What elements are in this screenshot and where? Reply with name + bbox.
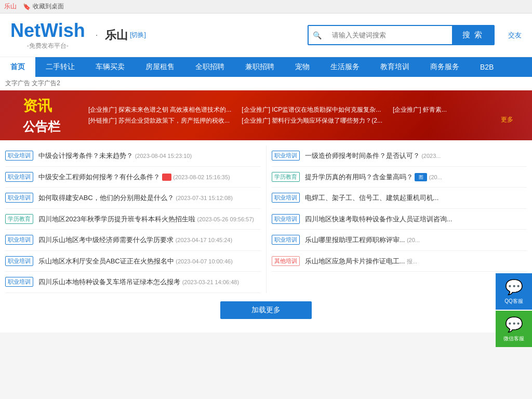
qq-label: QQ客服 xyxy=(504,298,523,305)
content-columns: 职业培训 中级会计报考条件？未来趋势？ (2023-08-04 15:23:10… xyxy=(0,145,532,293)
header-right: 🔍 搜 索 交友 xyxy=(308,25,522,45)
table-row: 职业培训 电焊工、架子工、信号工、建筑起重机司机... xyxy=(272,188,527,209)
table-row: 其他培训 乐山地区应急局卡片操作证电工... 报... xyxy=(272,251,527,272)
article-tag: 职业培训 xyxy=(272,235,300,245)
article-date: (2023-04-17 10:45:24) xyxy=(176,237,232,243)
article-date: (20... xyxy=(429,174,442,180)
article-date: (2023-07-31 15:12:08) xyxy=(176,195,232,201)
article-tag: 职业培训 xyxy=(5,277,33,287)
banner-news-item[interactable]: [企业推广] 塑料行业为顺应环保做了哪些努力？(2... xyxy=(242,116,382,125)
header-city: 乐山 xyxy=(105,28,128,43)
nav-item-home[interactable]: 首页 xyxy=(0,57,35,77)
article-tag: 职业培训 xyxy=(5,235,33,245)
article-tag: 职业培训 xyxy=(272,193,300,203)
bookmark-btn[interactable]: 🔖 收藏到桌面 xyxy=(23,2,64,11)
main-nav: 首页 二手转让 车辆买卖 房屋租售 全职招聘 兼职招聘 宠物 生活服务 教育培训… xyxy=(0,57,532,77)
load-more-button[interactable]: 加载更多 xyxy=(220,301,312,319)
article-title[interactable]: 中级安全工程师如何报考？有什么条件？ (2023-08-02 15:16:35) xyxy=(38,172,261,182)
table-row: 职业培训 乐山地区水利厅安全员ABC证正在火热报名中 (2023-04-07 1… xyxy=(5,251,261,272)
banner-news-item[interactable]: [企业推广] ICP监谱仪在地质勘探中如何克服复杂... xyxy=(242,105,382,114)
news-banner: 资讯 公告栏 [企业推广] 探索未来色谱之钥 高效液相色谱技术的... [外链推… xyxy=(0,90,532,140)
search-input[interactable] xyxy=(326,27,452,43)
right-column: 职业培训 一级造价师报考时间条件？是否认可？ (2023... 学历教育 提升学… xyxy=(267,145,533,293)
banner-news-item[interactable]: [外链推广] 苏州企业贷款政策下，房产抵押的税收... xyxy=(88,116,231,125)
article-tag: 职业培训 xyxy=(272,214,300,224)
nav-item-rental[interactable]: 房屋租售 xyxy=(135,57,185,77)
article-title[interactable]: 提升学历真的有用吗？含金量高吗？ 图 (20... xyxy=(305,172,527,182)
search-box: 🔍 搜 索 xyxy=(308,25,495,45)
article-title[interactable]: 电焊工、架子工、信号工、建筑起重机司机... xyxy=(305,193,527,203)
logo-sub: -免费发布平台- xyxy=(10,42,85,50)
nav-item-fulltime[interactable]: 全职招聘 xyxy=(185,57,235,77)
qq-icon: 💬 xyxy=(505,278,523,296)
article-title[interactable]: 如何取得建安ABC，他们的分别用处是什么？ (2023-07-31 15:12:… xyxy=(38,193,261,203)
article-tag: 职业培训 xyxy=(272,151,300,161)
table-row: 职业培训 四川乐山地区考中级经济师需要什么学历要求 (2023-04-17 10… xyxy=(5,230,261,251)
banner-news-item[interactable]: [企业推广] 探索未来色谱之钥 高效液相色谱技术的... xyxy=(88,105,231,114)
city-link[interactable]: 乐山 xyxy=(4,2,17,11)
article-date: 报... xyxy=(407,258,417,264)
article-title[interactable]: 四川乐山本地特种设备叉车塔吊证绿本怎么报考 (2023-03-21 14:06:… xyxy=(38,277,261,287)
banner-decoration xyxy=(428,90,532,140)
nav-item-vehicle[interactable]: 车辆买卖 xyxy=(85,57,135,77)
wechat-icon: 💬 xyxy=(505,316,523,332)
float-buttons: 💬 QQ客服 💬 微信客服 xyxy=(496,273,532,332)
banner-title-area: 资讯 公告栏 xyxy=(0,90,83,140)
nav-item-b2b[interactable]: B2B xyxy=(470,57,504,77)
header: NetWish -免费发布平台- · 乐山 [切换] 🔍 搜 索 交友 xyxy=(0,14,532,57)
logo: NetWish -免费发布平台- xyxy=(10,20,85,50)
article-date: (2023-04-07 10:00:46) xyxy=(176,258,232,264)
main-content: 职业培训 中级会计报考条件？未来趋势？ (2023-08-04 15:23:10… xyxy=(0,140,532,332)
article-title[interactable]: 乐山地区水利厅安全员ABC证正在火热报名中 (2023-04-07 10:00:… xyxy=(38,256,261,267)
city-switch[interactable]: [切换] xyxy=(130,31,146,39)
table-row: 学历教育 提升学历真的有用吗？含金量高吗？ 图 (20... xyxy=(272,167,527,188)
article-title[interactable]: 一级造价师报考时间条件？是否认可？ (2023... xyxy=(305,151,527,161)
article-title[interactable]: 乐山哪里报助理工程师职称评审... (20... xyxy=(305,235,527,245)
banner-col1: [企业推广] 探索未来色谱之钥 高效液相色谱技术的... [外链推广] 苏州企业… xyxy=(88,105,231,125)
ad-ticker: 文字广告 文字广告2 xyxy=(0,77,532,90)
table-row: 职业培训 如何取得建安ABC，他们的分别用处是什么？ (2023-07-31 1… xyxy=(5,188,261,209)
article-title[interactable]: 四川乐山地区考中级经济师需要什么学历要求 (2023-04-17 10:45:2… xyxy=(38,235,261,245)
article-tag: 学历教育 xyxy=(272,172,300,182)
nav-item-life[interactable]: 生活服务 xyxy=(320,57,370,77)
article-tag: 职业培训 xyxy=(5,151,33,161)
nav-item-secondhand[interactable]: 二手转让 xyxy=(35,57,85,77)
flag-icon xyxy=(162,174,171,181)
nav-item-pet[interactable]: 宠物 xyxy=(285,57,320,77)
table-row: 学历教育 四川地区2023年秋季学历提升班专科本科火热招生啦 (2023-05-… xyxy=(5,209,261,230)
banner-title: 资讯 公告栏 xyxy=(23,96,60,135)
article-tag: 学历教育 xyxy=(5,214,33,224)
banner-col2: [企业推广] ICP监谱仪在地质勘探中如何克服复杂... [企业推广] 塑料行业… xyxy=(242,105,382,125)
article-tag: 职业培训 xyxy=(5,172,33,182)
article-title[interactable]: 乐山地区应急局卡片操作证电工... 报... xyxy=(305,256,527,267)
header-center: · 乐山 [切换] xyxy=(96,28,146,43)
article-date: (20... xyxy=(407,237,420,243)
article-date: (2023-03-21 14:06:48) xyxy=(182,279,239,285)
banner-title-highlight: 公告栏 xyxy=(23,119,60,134)
left-column: 职业培训 中级会计报考条件？未来趋势？ (2023-08-04 15:23:10… xyxy=(0,145,267,293)
table-row: 职业培训 中级会计报考条件？未来趋势？ (2023-08-04 15:23:10… xyxy=(5,145,261,167)
search-button[interactable]: 搜 索 xyxy=(452,26,494,44)
table-row: 职业培训 乐山哪里报助理工程师职称评审... (20... xyxy=(272,230,527,251)
article-date: (2023-08-04 15:23:10) xyxy=(135,153,192,159)
article-date: (2023-08-02 15:16:35) xyxy=(173,174,230,180)
badge-icon: 图 xyxy=(415,173,427,181)
table-row: 职业培训 四川乐山本地特种设备叉车塔吊证绿本怎么报考 (2023-03-21 1… xyxy=(5,272,261,293)
top-bar: 乐山 🔖 收藏到桌面 xyxy=(0,0,532,14)
nav-item-business[interactable]: 商务服务 xyxy=(420,57,470,77)
logo-name: NetWish xyxy=(10,20,85,42)
article-title[interactable]: 四川地区2023年秋季学历提升班专科本科火热招生啦 (2023-05-26 09… xyxy=(38,214,261,224)
article-date: (2023... xyxy=(421,153,441,159)
wechat-service-button[interactable]: 💬 微信客服 xyxy=(496,311,532,332)
table-row: 职业培训 中级安全工程师如何报考？有什么条件？ (2023-08-02 15:1… xyxy=(5,167,261,188)
article-title[interactable]: 中级会计报考条件？未来趋势？ (2023-08-04 15:23:10) xyxy=(38,151,261,161)
table-row: 职业培训 一级造价师报考时间条件？是否认可？ (2023... xyxy=(272,145,527,167)
nav-item-education[interactable]: 教育培训 xyxy=(370,57,420,77)
banner-title-text: 资讯 xyxy=(23,98,52,114)
qq-service-button[interactable]: 💬 QQ客服 xyxy=(496,273,532,310)
article-title[interactable]: 四川地区快速考取特种设备作业人员证培训咨询... xyxy=(305,214,527,224)
article-tag: 职业培训 xyxy=(5,256,33,266)
sub-link[interactable]: 交友 xyxy=(508,31,522,40)
search-icon: 🔍 xyxy=(309,31,326,39)
nav-item-parttime[interactable]: 兼职招聘 xyxy=(235,57,285,77)
